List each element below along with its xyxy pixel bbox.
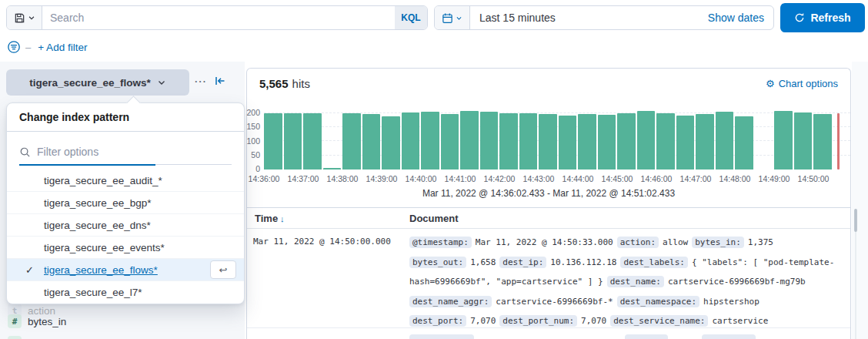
- field-value: 7,070: [581, 316, 606, 326]
- chart-options-button[interactable]: ⚙ Chart options: [766, 78, 838, 89]
- index-pattern-option-tigera_secure_ee_dns*[interactable]: tigera_secure_ee_dns*: [7, 214, 244, 237]
- y-axis-tick-label: 50: [251, 150, 260, 159]
- filter-options-field: [19, 139, 232, 165]
- field-value: 10.136.112.18: [550, 257, 616, 267]
- histogram-bar-14:36:30[interactable]: [284, 113, 302, 170]
- doc-row-time: Mar 11, 2022 @ 14:50:00.000: [253, 237, 391, 247]
- histogram-bar-14:49:00[interactable]: [774, 111, 793, 170]
- focus-underline: [19, 164, 155, 166]
- histogram-bar-14:45:30[interactable]: [637, 111, 656, 170]
- date-picker: Last 15 minutes Show dates: [434, 5, 774, 30]
- date-quick-select-button[interactable]: [435, 6, 470, 29]
- index-pattern-option-tigera_secure_ee_flows*[interactable]: ✓tigera_secure_ee_flows*↩: [7, 259, 244, 281]
- index-pattern-option-label: tigera_secure_ee_bgp*: [44, 197, 152, 209]
- histogram-bar-14:43:00[interactable]: [539, 114, 557, 170]
- y-axis-tick-label: 150: [246, 122, 260, 131]
- field-settings-dots-icon[interactable]: ⋯: [194, 71, 207, 92]
- histogram-bar-14:42:30[interactable]: [519, 113, 538, 170]
- field-value: cartservice-6996669bf-*: [496, 297, 613, 307]
- table-header: Time↓ Document: [247, 207, 850, 229]
- field-name-pill[interactable]: dest_name:: [607, 276, 664, 287]
- histogram-bar-14:43:30[interactable]: [559, 116, 577, 170]
- field-name-pill[interactable]: dest_namespace:: [617, 296, 699, 307]
- sort-descending-icon[interactable]: ↓: [280, 214, 285, 223]
- histogram-bar-14:41:00[interactable]: [460, 111, 479, 170]
- refresh-button[interactable]: Refresh: [780, 3, 865, 32]
- histogram-bar-14:44:30[interactable]: [598, 115, 616, 170]
- filter-bar: – + Add filter: [0, 35, 868, 59]
- field-label: bytes_in: [28, 316, 66, 327]
- histogram-bar-14:40:30[interactable]: [441, 114, 459, 170]
- field-value: allow: [663, 237, 688, 247]
- doc-line: dest_name_aggr:cartservice-6996669bf-*de…: [409, 292, 854, 312]
- histogram-bar-14:39:30[interactable]: [402, 112, 420, 170]
- refresh-icon: [794, 12, 805, 23]
- index-pattern-option-tigera_secure_ee_l7*[interactable]: tigera_secure_ee_l7*: [7, 281, 244, 304]
- field-name-pill[interactable]: dest_ip:: [499, 257, 546, 268]
- index-pattern-option-tigera_secure_ee_bgp*[interactable]: tigera_secure_ee_bgp*: [7, 192, 244, 214]
- chevron-down-icon: [157, 78, 166, 87]
- field-name-pill-partial: [702, 334, 756, 339]
- index-pattern-option-label: tigera_secure_ee_audit_*: [44, 175, 162, 186]
- field-name-pill[interactable]: action:: [617, 237, 659, 248]
- filter-options-input[interactable]: [37, 146, 232, 158]
- search-input[interactable]: [42, 6, 395, 29]
- histogram-bar-14:39:00[interactable]: [382, 116, 400, 170]
- saved-query-menu-button[interactable]: [7, 6, 42, 29]
- doc-line: bytes_out:1,658dest_ip:10.136.112.18dest…: [409, 253, 854, 273]
- sidebar-field-bytes_in[interactable]: #bytes_in: [8, 314, 66, 328]
- field-name-pill[interactable]: @timestamp:: [409, 237, 472, 248]
- collapse-sidebar-icon[interactable]: [214, 75, 226, 87]
- table-scrollbar-thumb[interactable]: [854, 209, 857, 232]
- field-value: hash=6996669bf", "app=cartservice" ] }: [409, 277, 603, 287]
- histogram-bar-14:46:30[interactable]: [676, 116, 695, 170]
- row-divider: [247, 327, 850, 328]
- index-pattern-option-tigera_secure_ee_audit_*[interactable]: tigera_secure_ee_audit_*: [7, 170, 244, 192]
- y-axis-tick-label: 200: [246, 108, 260, 117]
- histogram-bar-14:38:30[interactable]: [362, 114, 381, 170]
- filter-circle-icon[interactable]: [7, 40, 21, 54]
- field-name-pill[interactable]: bytes_in:: [692, 237, 744, 248]
- histogram-bar-14:37:00[interactable]: [303, 113, 322, 170]
- histogram-bar-14:40:00[interactable]: [421, 112, 439, 170]
- field-name-pill[interactable]: dest_port:: [409, 315, 466, 327]
- histogram-bar-14:37:30[interactable]: [323, 168, 342, 170]
- histogram-bar-14:48:00[interactable]: [735, 116, 753, 170]
- hits-label: hits: [292, 77, 310, 90]
- histogram-bar-14:50:00[interactable]: [813, 114, 832, 170]
- index-pattern-option-tigera_secure_ee_events*[interactable]: tigera_secure_ee_events*: [7, 237, 244, 259]
- histogram-bar-14:36:00[interactable]: [264, 113, 282, 170]
- index-pattern-switch-button[interactable]: tigera_secure_ee_flows*: [6, 69, 189, 96]
- histogram-bar-14:46:00[interactable]: [656, 113, 675, 170]
- field-value: 1,658: [470, 257, 496, 267]
- sidebar-field-clipped[interactable]: #: [8, 336, 22, 339]
- show-dates-button[interactable]: Show dates: [708, 12, 773, 24]
- popover-title: Change index pattern: [7, 103, 244, 132]
- return-key-button[interactable]: ↩: [210, 260, 236, 279]
- histogram-bar-14:42:00[interactable]: [499, 113, 518, 170]
- field-name-pill[interactable]: bytes_out:: [409, 257, 466, 268]
- number-field-badge: #: [8, 314, 22, 328]
- histogram-bar-14:45:00[interactable]: [617, 113, 636, 170]
- field-name-pill[interactable]: dest_labels:: [620, 257, 687, 268]
- histogram-bar-14:41:30[interactable]: [480, 112, 499, 170]
- field-name-pill-partial: [625, 334, 668, 339]
- field-name-pill[interactable]: dest_name_aggr:: [409, 296, 492, 307]
- time-range-value[interactable]: Last 15 minutes: [470, 12, 556, 24]
- histogram-bar-14:49:30[interactable]: [794, 112, 813, 170]
- histogram-bar-14:38:00[interactable]: [342, 113, 361, 170]
- kql-language-button[interactable]: KQL: [395, 6, 427, 29]
- gear-icon: ⚙: [766, 78, 775, 89]
- field-name-pill[interactable]: dest_service_name:: [610, 315, 708, 327]
- histogram-bar-14:47:30[interactable]: [716, 112, 734, 170]
- add-filter-button[interactable]: + Add filter: [38, 42, 87, 53]
- histogram-bar-14:47:00[interactable]: [696, 114, 714, 170]
- field-name-pill[interactable]: dest_port_num:: [499, 315, 577, 327]
- histogram-bar-14:44:00[interactable]: [578, 114, 596, 170]
- field-name-pill-partial: [409, 334, 474, 339]
- field-value: Mar 11, 2022 @ 14:50:33.000: [476, 237, 613, 247]
- field-value: 7,070: [470, 316, 496, 326]
- search-icon: [19, 146, 31, 158]
- change-index-pattern-popover: Change index pattern tigera_secure_ee_au…: [6, 102, 245, 304]
- column-header-time[interactable]: Time↓: [255, 213, 285, 224]
